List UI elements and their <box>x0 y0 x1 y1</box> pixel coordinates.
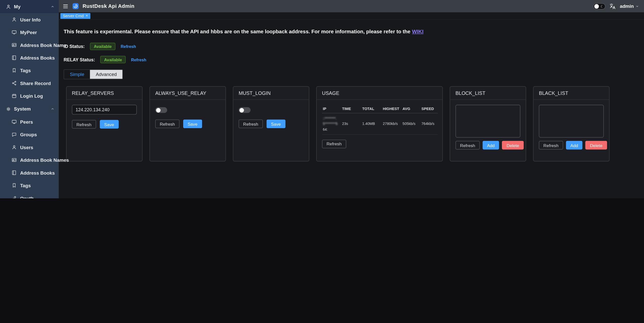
tab-advanced[interactable]: Advanced <box>90 70 123 79</box>
sidebar-item-address-book-names[interactable]: Address Book Names <box>0 154 59 166</box>
toggle-knob <box>156 108 160 112</box>
always-use-relay-refresh-button[interactable]: Refresh <box>155 120 179 128</box>
tab-server-cmd[interactable]: Server Cmd × <box>60 13 90 19</box>
relay-servers-input[interactable] <box>72 105 137 115</box>
card-title: RELAY_SERVERS <box>72 90 114 96</box>
column-header-time: TIME <box>341 105 362 113</box>
close-icon[interactable]: × <box>86 14 88 18</box>
experimental-notice: This feature is experimental. Please ens… <box>64 29 639 35</box>
column-header-highest: HIGHEST <box>382 105 402 113</box>
card-black-list: BLACK_LIST Refresh Add Delete <box>533 86 610 162</box>
card-title: MUST_LOGIN <box>239 90 271 96</box>
sidebar-item-label: Tags <box>20 183 31 188</box>
rustdesk-logo <box>72 3 79 9</box>
cell-ip: ::********. 5********5 64: <box>322 113 341 135</box>
relay-status-badge: Available <box>100 56 126 63</box>
hamburger-menu-icon[interactable] <box>62 3 68 9</box>
sidebar-item-login-log[interactable]: Login Log <box>0 90 59 102</box>
user-menu[interactable]: admin <box>620 4 639 9</box>
must-login-toggle[interactable] <box>239 107 251 113</box>
translate-icon[interactable] <box>609 3 616 10</box>
card-header: BLOCK_LIST <box>450 87 526 100</box>
usage-table-row: ::********. 5********5 64: 23s 1.40MB 27… <box>322 113 437 135</box>
top-bar: RustDesk Api Admin ☾ admin <box>59 0 644 12</box>
card-header: RELAY_SERVERS <box>67 87 142 100</box>
share-icon <box>12 80 17 86</box>
black-list-textarea[interactable] <box>539 105 604 138</box>
link-icon <box>12 196 17 198</box>
card-block-list: BLOCK_LIST Refresh Add Delete <box>450 86 526 162</box>
sidebar-item-peers[interactable]: Peers <box>0 115 59 128</box>
user-icon <box>12 145 17 150</box>
sidebar-item-label: User Info <box>20 17 41 22</box>
always-use-relay-save-button[interactable]: Save <box>183 120 202 128</box>
wiki-link[interactable]: WIKI <box>412 29 423 35</box>
id-status-row: ID Status: Available Refresh <box>64 43 639 50</box>
sidebar-item-label: Address Books <box>20 170 55 175</box>
relay-servers-save-button[interactable]: Save <box>100 120 119 128</box>
card-must-login: MUST_LOGIN Refresh Save <box>233 86 309 162</box>
address-card-icon <box>12 157 17 163</box>
sidebar-group-my-label: My <box>14 4 20 9</box>
sidebar-item-groups[interactable]: Groups <box>0 128 59 141</box>
sidebar-item-oauth[interactable]: Oauth <box>0 192 59 198</box>
book-icon <box>12 55 17 60</box>
sidebar-item-label: Login Log <box>20 93 43 98</box>
black-list-refresh-button[interactable]: Refresh <box>539 141 563 149</box>
toggle-knob <box>594 4 599 8</box>
sidebar-item-tags[interactable]: Tags <box>0 64 59 77</box>
card-title: ALWAYS_USE_RELAY <box>155 90 206 96</box>
relay-status-refresh-link[interactable]: Refresh <box>131 57 146 62</box>
sidebar-item-user-info[interactable]: User Info <box>0 13 59 26</box>
relay-servers-refresh-button[interactable]: Refresh <box>72 120 96 128</box>
sidebar-group-system[interactable]: System <box>0 102 59 115</box>
column-header-avg: AVG <box>402 105 421 113</box>
cards-row: RELAY_SERVERS Refresh Save ALWAYS_USE_RE… <box>64 86 639 162</box>
monitor-icon <box>12 30 17 35</box>
sidebar-item-address-books-system[interactable]: Address Books <box>0 166 59 179</box>
monitor-icon <box>12 119 17 124</box>
tab-simple[interactable]: Simple <box>64 70 90 79</box>
block-list-textarea[interactable] <box>455 105 520 138</box>
block-list-add-button[interactable]: Add <box>482 141 499 149</box>
cell-avg: 505kb/s <box>402 113 421 135</box>
id-status-badge: Available <box>90 43 115 50</box>
sidebar-item-users[interactable]: Users <box>0 141 59 153</box>
cell-total: 1.40MB <box>361 113 382 135</box>
chevron-down-icon <box>635 4 639 8</box>
sidebar: My User Info MyPeer Address Book Name Ad… <box>0 0 59 198</box>
chevron-up-icon <box>50 107 55 111</box>
id-status-refresh-link[interactable]: Refresh <box>121 44 136 49</box>
dark-mode-toggle[interactable]: ☾ <box>593 3 605 9</box>
card-title: BLACK_LIST <box>539 90 568 96</box>
card-usage: USAGE IP TIME TOTAL HIGHEST AVG SPEED ::… <box>316 86 443 162</box>
sidebar-item-address-books[interactable]: Address Books <box>0 51 59 64</box>
black-list-add-button[interactable]: Add <box>566 141 582 149</box>
sidebar-group-system-label: System <box>14 106 31 112</box>
sidebar-item-label: Share Record <box>20 81 51 86</box>
column-header-speed: SPEED <box>421 105 438 113</box>
sidebar-item-share-record[interactable]: Share Record <box>0 77 59 89</box>
ip-line-redacted: 5********5 <box>323 121 337 126</box>
block-list-delete-button[interactable]: Delete <box>502 141 524 149</box>
app-title: RustDesk Api Admin <box>83 3 135 9</box>
sidebar-item-mypeer[interactable]: MyPeer <box>0 26 59 39</box>
notice-text: This feature is experimental. Please ens… <box>64 29 410 35</box>
must-login-refresh-button[interactable]: Refresh <box>239 120 263 128</box>
usage-refresh-button[interactable]: Refresh <box>322 140 346 148</box>
sidebar-item-label: Oauth <box>20 196 34 198</box>
always-use-relay-toggle[interactable] <box>155 107 167 113</box>
block-list-refresh-button[interactable]: Refresh <box>455 141 480 149</box>
moon-icon: ☾ <box>601 4 604 9</box>
cell-highest: 2780kb/s <box>382 113 402 135</box>
card-title: USAGE <box>322 90 339 96</box>
app-window: My User Info MyPeer Address Book Name Ad… <box>0 0 644 198</box>
black-list-delete-button[interactable]: Delete <box>585 141 607 149</box>
sidebar-group-my[interactable]: My <box>0 0 59 13</box>
user-menu-label: admin <box>620 4 634 9</box>
sidebar-item-tags-system[interactable]: Tags <box>0 179 59 192</box>
cell-speed: 764kb/s <box>421 113 438 135</box>
usage-table-header: IP TIME TOTAL HIGHEST AVG SPEED <box>322 105 437 113</box>
must-login-save-button[interactable]: Save <box>266 120 285 128</box>
sidebar-item-address-book-name[interactable]: Address Book Name <box>0 39 59 51</box>
